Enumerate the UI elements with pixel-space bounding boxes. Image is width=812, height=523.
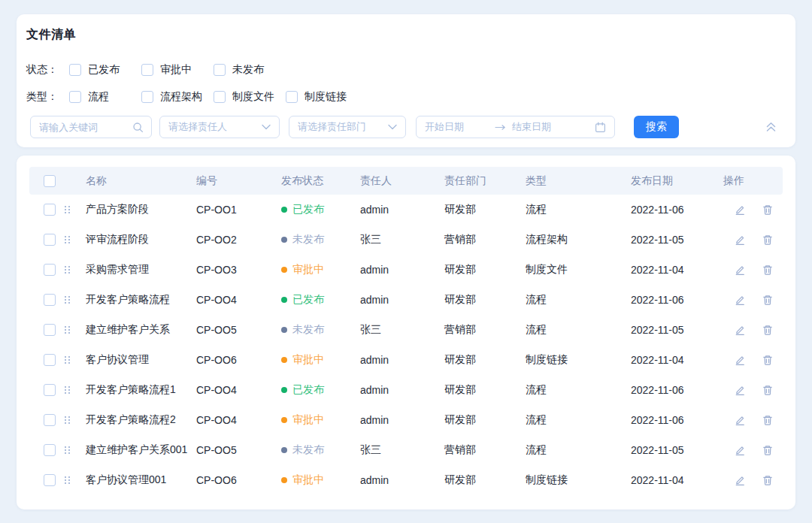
edit-icon[interactable]: [734, 444, 746, 456]
drag-handle-icon[interactable]: [65, 476, 71, 485]
keyword-field: [30, 116, 152, 138]
cell-name: 建立维护客户关系001: [86, 443, 196, 457]
trash-icon[interactable]: [762, 354, 774, 366]
cell-name: 客户协议管理: [86, 353, 196, 367]
type-checkbox-process[interactable]: [69, 91, 81, 103]
status-dot: [281, 267, 287, 273]
checkbox-label: 流程架构: [160, 90, 202, 104]
edit-icon[interactable]: [734, 384, 746, 396]
row-checkbox[interactable]: [44, 264, 56, 276]
edit-icon[interactable]: [734, 204, 746, 216]
type-option-policy-link[interactable]: 制度链接: [286, 90, 358, 104]
drag-handle-icon[interactable]: [65, 296, 71, 304]
date-range-picker[interactable]: 开始日期 结束日期: [416, 116, 615, 138]
table-row: 建立维护客户关系001 CP-OO5 未发布 张三 营销部 流程 2022-11…: [29, 435, 783, 465]
trash-icon[interactable]: [762, 234, 774, 246]
file-table: 名称 编号 发布状态 责任人 责任部门 类型 发布日期 操作 产品方案阶段 CP…: [29, 167, 783, 495]
type-option-process[interactable]: 流程: [69, 90, 141, 104]
status-option-published[interactable]: 已发布: [69, 63, 141, 77]
edit-icon[interactable]: [734, 474, 746, 486]
type-checkbox-policy-link[interactable]: [286, 91, 298, 103]
filter-panel: 文件清单 状态： 已发布 审批中 未发布 类型： 流程 流程架构 制度文件: [17, 14, 795, 147]
row-checkbox[interactable]: [44, 384, 56, 396]
status-dot: [281, 417, 287, 423]
type-checkbox-policy-file[interactable]: [214, 91, 226, 103]
owner-select[interactable]: 请选择责任人: [159, 116, 280, 138]
table-row: 建立维护客户关系 CP-OO5 未发布 张三 营销部 流程 2022-11-05: [29, 315, 783, 345]
drag-handle-icon[interactable]: [65, 356, 71, 364]
drag-handle-icon[interactable]: [65, 266, 71, 274]
row-checkbox[interactable]: [44, 474, 56, 486]
trash-icon[interactable]: [762, 264, 774, 276]
cell-name: 开发客户策略流程1: [86, 383, 196, 397]
status-badge: 审批中: [281, 353, 360, 367]
collapse-icon[interactable]: [765, 122, 777, 132]
keyword-input[interactable]: [31, 122, 132, 133]
status-option-approving[interactable]: 审批中: [141, 63, 214, 77]
trash-icon[interactable]: [762, 444, 774, 456]
owner-select-placeholder: 请选择责任人: [168, 120, 227, 134]
status-badge: 审批中: [281, 473, 360, 487]
row-checkbox[interactable]: [44, 354, 56, 366]
cell-name: 开发客户策略流程: [86, 293, 196, 307]
edit-icon[interactable]: [734, 264, 746, 276]
cell-type: 流程: [526, 383, 631, 397]
row-checkbox[interactable]: [44, 204, 56, 216]
checkbox-label: 已发布: [88, 63, 120, 77]
cell-owner: admin: [360, 354, 444, 366]
row-checkbox[interactable]: [44, 414, 56, 426]
status-option-unpublished[interactable]: 未发布: [214, 63, 286, 77]
drag-handle-icon[interactable]: [65, 446, 71, 455]
cell-dept: 营销部: [444, 323, 526, 337]
edit-icon[interactable]: [734, 414, 746, 426]
cell-owner: 张三: [360, 233, 444, 246]
dept-select[interactable]: 请选择责任部门: [289, 116, 406, 138]
table-row: 开发客户策略流程1 CP-OO4 已发布 admin 研发部 流程 2022-1…: [29, 375, 783, 405]
arrow-right-icon: [495, 124, 506, 131]
drag-handle-icon[interactable]: [65, 236, 71, 244]
status-checkbox-published[interactable]: [69, 64, 81, 76]
row-checkbox[interactable]: [44, 444, 56, 456]
cell-dept: 研发部: [444, 293, 526, 307]
type-option-policy-file[interactable]: 制度文件: [214, 90, 286, 104]
cell-code: CP-OO2: [196, 234, 281, 246]
select-all-checkbox[interactable]: [44, 175, 56, 187]
edit-icon[interactable]: [734, 234, 746, 246]
drag-handle-icon[interactable]: [65, 416, 71, 425]
cell-owner: 张三: [360, 323, 444, 337]
type-option-process-arch[interactable]: 流程架构: [141, 90, 214, 104]
table-row: 评审流程阶段 CP-OO2 未发布 张三 营销部 流程架构 2022-11-05: [29, 225, 783, 255]
status-checkbox-unpublished[interactable]: [214, 64, 226, 76]
trash-icon[interactable]: [762, 204, 774, 216]
table-header: 名称 编号 发布状态 责任人 责任部门 类型 发布日期 操作: [29, 167, 783, 195]
chevron-down-icon: [388, 124, 397, 130]
chevron-down-icon: [262, 124, 271, 130]
checkbox-label: 审批中: [160, 63, 192, 77]
status-dot: [281, 297, 287, 303]
cell-name: 评审流程阶段: [86, 233, 196, 246]
cell-owner: admin: [360, 294, 444, 306]
status-dot: [281, 327, 287, 333]
drag-handle-icon[interactable]: [65, 386, 71, 395]
edit-icon[interactable]: [734, 354, 746, 366]
drag-handle-icon[interactable]: [65, 206, 71, 214]
row-checkbox[interactable]: [44, 294, 56, 306]
trash-icon[interactable]: [762, 384, 774, 396]
status-dot: [281, 357, 287, 363]
type-checkbox-process-arch[interactable]: [141, 91, 153, 103]
cell-dept: 营销部: [444, 443, 526, 457]
row-checkbox[interactable]: [44, 234, 56, 246]
edit-icon[interactable]: [734, 324, 746, 336]
search-button[interactable]: 搜索: [634, 116, 679, 138]
column-header-status: 发布状态: [281, 174, 360, 188]
table-row: 开发客户策略流程 CP-OO4 已发布 admin 研发部 流程 2022-11…: [29, 285, 783, 315]
status-checkbox-approving[interactable]: [141, 64, 153, 76]
edit-icon[interactable]: [734, 294, 746, 306]
trash-icon[interactable]: [762, 474, 774, 486]
trash-icon[interactable]: [762, 414, 774, 426]
trash-icon[interactable]: [762, 294, 774, 306]
date-end-placeholder: 结束日期: [512, 120, 589, 134]
row-checkbox[interactable]: [44, 324, 56, 336]
trash-icon[interactable]: [762, 324, 774, 336]
drag-handle-icon[interactable]: [65, 326, 71, 334]
